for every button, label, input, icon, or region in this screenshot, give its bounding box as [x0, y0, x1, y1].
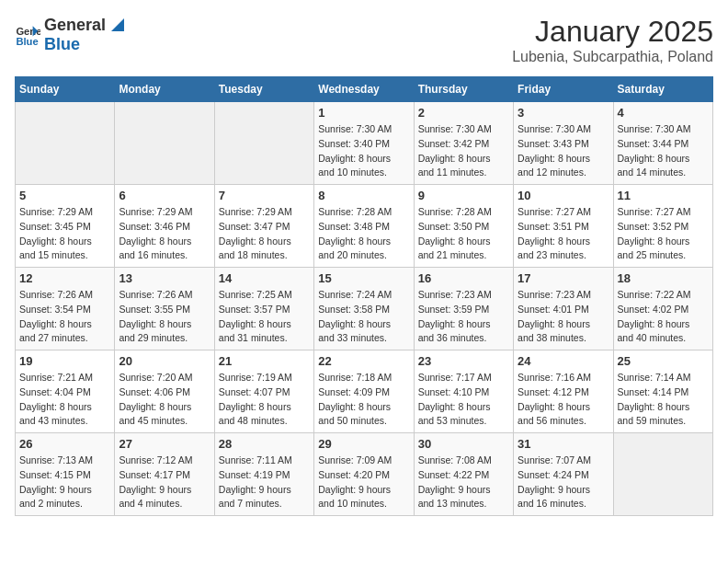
- calendar-cell: 31Sunrise: 7:07 AMSunset: 4:24 PMDayligh…: [514, 433, 613, 516]
- day-info: Sunrise: 7:30 AMSunset: 3:40 PMDaylight:…: [318, 122, 409, 180]
- day-number: 31: [518, 437, 609, 451]
- logo-blue-text: Blue: [44, 35, 80, 53]
- day-number: 3: [518, 106, 609, 120]
- day-header-sunday: Sunday: [16, 77, 115, 102]
- day-info: Sunrise: 7:18 AMSunset: 4:09 PMDaylight:…: [318, 371, 409, 429]
- day-info: Sunrise: 7:19 AMSunset: 4:07 PMDaylight:…: [219, 371, 310, 429]
- day-info: Sunrise: 7:07 AMSunset: 4:24 PMDaylight:…: [518, 454, 609, 511]
- calendar-cell: 24Sunrise: 7:16 AMSunset: 4:12 PMDayligh…: [514, 350, 613, 433]
- calendar-header-row: SundayMondayTuesdayWednesdayThursdayFrid…: [16, 77, 713, 102]
- day-number: 25: [618, 354, 709, 368]
- calendar-cell: 10Sunrise: 7:27 AMSunset: 3:51 PMDayligh…: [514, 185, 613, 268]
- page-header: General Blue General Blue January 2025 L…: [15, 15, 713, 65]
- day-number: 26: [19, 437, 110, 451]
- day-info: Sunrise: 7:29 AMSunset: 3:45 PMDaylight:…: [19, 205, 110, 263]
- calendar-cell: 17Sunrise: 7:23 AMSunset: 4:01 PMDayligh…: [514, 268, 613, 350]
- calendar-cell: [115, 102, 214, 185]
- day-number: 15: [318, 271, 409, 285]
- calendar-cell: 20Sunrise: 7:20 AMSunset: 4:06 PMDayligh…: [115, 350, 214, 433]
- day-info: Sunrise: 7:24 AMSunset: 3:58 PMDaylight:…: [318, 288, 409, 346]
- day-info: Sunrise: 7:23 AMSunset: 4:01 PMDaylight:…: [518, 288, 609, 346]
- day-info: Sunrise: 7:14 AMSunset: 4:14 PMDaylight:…: [618, 371, 709, 429]
- day-info: Sunrise: 7:16 AMSunset: 4:12 PMDaylight:…: [518, 371, 609, 429]
- day-header-wednesday: Wednesday: [314, 77, 414, 102]
- logo-general-text: General: [44, 16, 106, 35]
- day-number: 23: [418, 354, 509, 368]
- calendar-cell: 5Sunrise: 7:29 AMSunset: 3:45 PMDaylight…: [16, 185, 115, 268]
- day-info: Sunrise: 7:26 AMSunset: 3:54 PMDaylight:…: [19, 288, 110, 346]
- day-number: 8: [318, 189, 409, 202]
- calendar-cell: 29Sunrise: 7:09 AMSunset: 4:20 PMDayligh…: [314, 433, 414, 516]
- calendar-cell: 23Sunrise: 7:17 AMSunset: 4:10 PMDayligh…: [414, 350, 513, 433]
- day-number: 30: [418, 437, 509, 451]
- calendar-cell: 12Sunrise: 7:26 AMSunset: 3:54 PMDayligh…: [16, 268, 115, 350]
- day-number: 10: [518, 189, 609, 202]
- day-number: 13: [119, 271, 210, 285]
- day-number: 20: [119, 354, 210, 368]
- day-info: Sunrise: 7:26 AMSunset: 3:55 PMDaylight:…: [119, 288, 210, 346]
- calendar-cell: 19Sunrise: 7:21 AMSunset: 4:04 PMDayligh…: [16, 350, 115, 433]
- day-info: Sunrise: 7:28 AMSunset: 3:50 PMDaylight:…: [418, 205, 509, 263]
- day-info: Sunrise: 7:23 AMSunset: 3:59 PMDaylight:…: [418, 288, 509, 346]
- day-number: 7: [219, 189, 310, 202]
- subtitle: Lubenia, Subcarpathia, Poland: [512, 49, 713, 65]
- day-number: 24: [518, 354, 609, 368]
- calendar-cell: 21Sunrise: 7:19 AMSunset: 4:07 PMDayligh…: [214, 350, 313, 433]
- calendar-cell: [214, 102, 313, 185]
- day-header-tuesday: Tuesday: [214, 77, 313, 102]
- day-info: Sunrise: 7:28 AMSunset: 3:48 PMDaylight:…: [318, 205, 409, 263]
- calendar-cell: 22Sunrise: 7:18 AMSunset: 4:09 PMDayligh…: [314, 350, 414, 433]
- day-number: 5: [19, 189, 110, 202]
- calendar-cell: 25Sunrise: 7:14 AMSunset: 4:14 PMDayligh…: [613, 350, 712, 433]
- calendar-cell: 18Sunrise: 7:22 AMSunset: 4:02 PMDayligh…: [613, 268, 712, 350]
- day-header-monday: Monday: [115, 77, 214, 102]
- day-info: Sunrise: 7:30 AMSunset: 3:44 PMDaylight:…: [618, 122, 709, 180]
- calendar-cell: 8Sunrise: 7:28 AMSunset: 3:48 PMDaylight…: [314, 185, 414, 268]
- day-info: Sunrise: 7:13 AMSunset: 4:15 PMDaylight:…: [19, 454, 110, 511]
- calendar-cell: 28Sunrise: 7:11 AMSunset: 4:19 PMDayligh…: [214, 433, 313, 516]
- day-info: Sunrise: 7:08 AMSunset: 4:22 PMDaylight:…: [418, 454, 509, 511]
- day-info: Sunrise: 7:27 AMSunset: 3:51 PMDaylight:…: [518, 205, 609, 263]
- calendar-cell: 30Sunrise: 7:08 AMSunset: 4:22 PMDayligh…: [414, 433, 513, 516]
- calendar-cell: 27Sunrise: 7:12 AMSunset: 4:17 PMDayligh…: [115, 433, 214, 516]
- day-number: 21: [219, 354, 310, 368]
- calendar-cell: 4Sunrise: 7:30 AMSunset: 3:44 PMDaylight…: [613, 102, 712, 185]
- calendar-table: SundayMondayTuesdayWednesdayThursdayFrid…: [15, 76, 713, 516]
- calendar-week-4: 19Sunrise: 7:21 AMSunset: 4:04 PMDayligh…: [16, 350, 713, 433]
- day-info: Sunrise: 7:12 AMSunset: 4:17 PMDaylight:…: [119, 454, 210, 511]
- calendar-cell: 15Sunrise: 7:24 AMSunset: 3:58 PMDayligh…: [314, 268, 414, 350]
- day-number: 9: [418, 189, 509, 202]
- day-number: 22: [318, 354, 409, 368]
- calendar-week-5: 26Sunrise: 7:13 AMSunset: 4:15 PMDayligh…: [16, 433, 713, 516]
- day-number: 19: [19, 354, 110, 368]
- calendar-week-3: 12Sunrise: 7:26 AMSunset: 3:54 PMDayligh…: [16, 268, 713, 350]
- day-number: 2: [418, 106, 509, 120]
- day-info: Sunrise: 7:11 AMSunset: 4:19 PMDaylight:…: [219, 454, 310, 511]
- day-header-friday: Friday: [514, 77, 613, 102]
- day-number: 27: [119, 437, 210, 451]
- day-number: 17: [518, 271, 609, 285]
- logo: General Blue General Blue: [15, 15, 128, 54]
- day-number: 11: [618, 189, 709, 202]
- calendar-cell: 3Sunrise: 7:30 AMSunset: 3:43 PMDaylight…: [514, 102, 613, 185]
- calendar-week-2: 5Sunrise: 7:29 AMSunset: 3:45 PMDaylight…: [16, 185, 713, 268]
- calendar-cell: [613, 433, 712, 516]
- day-number: 4: [618, 106, 709, 120]
- main-title: January 2025: [512, 15, 713, 49]
- title-block: January 2025 Lubenia, Subcarpathia, Pola…: [512, 15, 713, 65]
- day-info: Sunrise: 7:09 AMSunset: 4:20 PMDaylight:…: [318, 454, 409, 511]
- svg-marker-3: [111, 18, 124, 31]
- day-info: Sunrise: 7:30 AMSunset: 3:42 PMDaylight:…: [418, 122, 509, 180]
- day-header-thursday: Thursday: [414, 77, 513, 102]
- calendar-cell: 7Sunrise: 7:29 AMSunset: 3:47 PMDaylight…: [214, 185, 313, 268]
- day-info: Sunrise: 7:17 AMSunset: 4:10 PMDaylight:…: [418, 371, 509, 429]
- day-number: 6: [119, 189, 210, 202]
- calendar-cell: 26Sunrise: 7:13 AMSunset: 4:15 PMDayligh…: [16, 433, 115, 516]
- day-number: 28: [219, 437, 310, 451]
- logo-triangle-icon: [108, 15, 128, 35]
- calendar-cell: 14Sunrise: 7:25 AMSunset: 3:57 PMDayligh…: [214, 268, 313, 350]
- day-number: 29: [318, 437, 409, 451]
- day-info: Sunrise: 7:29 AMSunset: 3:46 PMDaylight:…: [119, 205, 210, 263]
- day-info: Sunrise: 7:21 AMSunset: 4:04 PMDaylight:…: [19, 371, 110, 429]
- logo-icon: General Blue: [15, 22, 40, 48]
